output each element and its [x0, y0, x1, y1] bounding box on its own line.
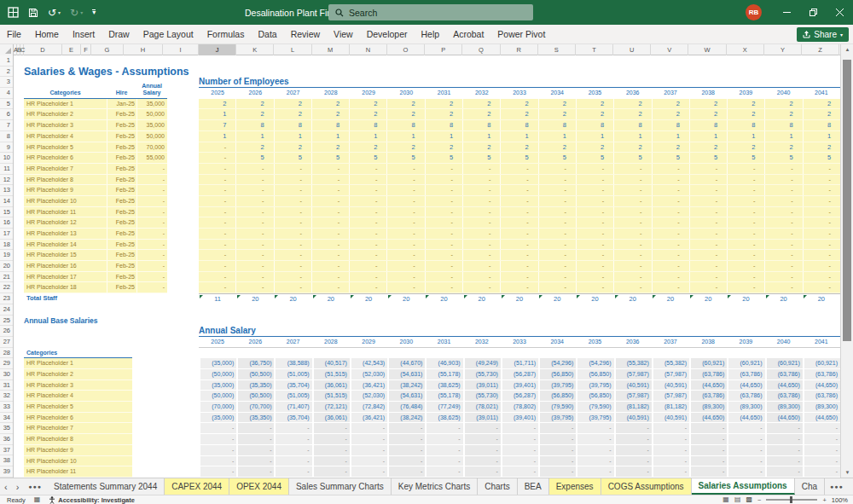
employee-count-cell[interactable]: -: [652, 217, 689, 228]
annual-salary-cell[interactable]: (44,650): [803, 413, 840, 423]
annual-salary-cell[interactable]: -: [387, 423, 425, 433]
employee-count-cell[interactable]: -: [386, 282, 424, 293]
employee-count-cell[interactable]: -: [199, 229, 235, 239]
annual-salary-cell[interactable]: -: [199, 445, 236, 455]
row-header-8[interactable]: 8: [0, 131, 13, 142]
staff-hire-date[interactable]: Feb-25: [107, 120, 136, 130]
row-header-39[interactable]: 39: [0, 466, 13, 478]
menu-tab-developer[interactable]: Developer: [360, 25, 415, 44]
annual-salary-cell[interactable]: (60,921): [689, 358, 727, 368]
employee-count-cell[interactable]: -: [689, 217, 727, 228]
employee-count-cell[interactable]: 5: [349, 153, 386, 163]
annual-salary-cell[interactable]: (54,296): [576, 358, 613, 368]
sheet-prev-icon[interactable]: ‹: [0, 478, 12, 495]
normal-view-icon[interactable]: ▦: [722, 496, 729, 503]
save-icon[interactable]: [28, 8, 38, 18]
annual-salary-cell[interactable]: -: [765, 434, 803, 444]
zoom-out-icon[interactable]: −: [757, 496, 761, 504]
employee-count-cell[interactable]: 5: [500, 153, 537, 163]
employee-count-cell[interactable]: -: [613, 272, 651, 282]
staff-category[interactable]: HR Placeholder 1: [24, 99, 107, 109]
employee-count-cell[interactable]: -: [538, 185, 576, 195]
employee-count-cell[interactable]: -: [538, 217, 576, 228]
annual-salary-cell[interactable]: (50,500): [236, 391, 274, 401]
annual-salary-cell[interactable]: -: [727, 466, 764, 477]
employee-count-cell[interactable]: 5: [689, 153, 727, 163]
employee-count-cell[interactable]: -: [613, 175, 651, 185]
annual-salary-cell[interactable]: (63,786): [803, 391, 840, 401]
scroll-down-icon[interactable]: ▼: [841, 467, 853, 478]
annual-salary-cell[interactable]: (76,484): [387, 402, 425, 412]
employee-count-cell[interactable]: -: [274, 282, 311, 293]
employee-count-cell[interactable]: 8: [652, 120, 689, 130]
staff-hire-date[interactable]: Feb-25: [107, 207, 136, 217]
column-header-z[interactable]: Z: [802, 44, 839, 55]
share-button[interactable]: Share▾: [797, 27, 849, 42]
zoom-in-icon[interactable]: +: [822, 496, 826, 504]
employee-count-cell[interactable]: -: [199, 175, 235, 185]
employee-count-cell[interactable]: -: [764, 250, 802, 260]
employee-count-cell[interactable]: -: [349, 196, 386, 206]
annual-salary-cell[interactable]: -: [576, 466, 613, 477]
employee-count-cell[interactable]: 5: [311, 153, 349, 163]
annual-salary-cell[interactable]: -: [689, 466, 727, 477]
staff-category[interactable]: HR Placeholder 4: [24, 131, 107, 142]
annual-salary-cell[interactable]: -: [387, 466, 425, 477]
employee-count-cell[interactable]: 1: [386, 131, 424, 142]
page-layout-view-icon[interactable]: ▤: [734, 496, 741, 503]
employee-count-cell[interactable]: 2: [349, 109, 386, 119]
staff-category[interactable]: HR Placeholder 14: [24, 240, 107, 250]
sheet-tab-capex-2044[interactable]: CAPEX 2044: [165, 478, 229, 495]
annual-salary-cell[interactable]: -: [350, 456, 387, 466]
staff-category[interactable]: HR Placeholder 8: [24, 175, 107, 185]
staff-salary[interactable]: 50,000: [136, 109, 167, 119]
employee-count-cell[interactable]: 2: [803, 142, 840, 153]
employee-count-cell[interactable]: -: [462, 240, 500, 250]
employee-count-cell[interactable]: 2: [764, 142, 802, 153]
annual-salary-cell[interactable]: -: [652, 456, 689, 466]
sheet-tab-expenses[interactable]: Expenses: [549, 478, 601, 495]
employee-count-cell[interactable]: 1: [538, 131, 576, 142]
employee-count-cell[interactable]: -: [500, 196, 537, 206]
employee-count-cell[interactable]: 1: [803, 131, 840, 142]
annual-salary-cell[interactable]: (44,650): [689, 380, 727, 391]
employee-count-cell[interactable]: 1: [462, 131, 500, 142]
annual-salary-cell[interactable]: -: [312, 445, 350, 455]
annual-salary-cell[interactable]: -: [803, 456, 840, 466]
annual-salary-cell[interactable]: -: [387, 456, 425, 466]
employee-count-cell[interactable]: 5: [652, 153, 689, 163]
sheet-tab-salaries-assumptions[interactable]: Salaries Assumptions: [692, 478, 795, 495]
staff-salary[interactable]: -: [136, 240, 167, 250]
row-header-34[interactable]: 34: [0, 413, 13, 424]
annual-salary-cell[interactable]: -: [765, 456, 803, 466]
employee-count-cell[interactable]: -: [613, 196, 651, 206]
employee-count-cell[interactable]: -: [235, 240, 273, 250]
row-header-6[interactable]: 6: [0, 109, 13, 120]
employee-count-cell[interactable]: 2: [199, 99, 235, 109]
employee-count-cell[interactable]: -: [349, 207, 386, 217]
annual-salary-cell[interactable]: (81,182): [614, 402, 652, 412]
employee-count-cell[interactable]: -: [538, 164, 576, 174]
annual-salary-cell[interactable]: (38,625): [425, 413, 462, 423]
employee-count-cell[interactable]: -: [425, 164, 462, 174]
employee-count-cell[interactable]: 2: [613, 142, 651, 153]
staff-category[interactable]: HR Placeholder 2: [24, 109, 107, 119]
staff-salary[interactable]: -: [136, 217, 167, 228]
staff-salary[interactable]: -: [136, 196, 167, 206]
employee-count-cell[interactable]: -: [652, 229, 689, 239]
staff-salary[interactable]: 35,000: [136, 120, 167, 130]
row-header-32[interactable]: 32: [0, 391, 13, 402]
annual-salary-cell[interactable]: -: [312, 456, 350, 466]
annual-salary-cell[interactable]: (79,590): [538, 402, 576, 412]
annual-salary-cell[interactable]: (78,802): [501, 402, 538, 412]
employee-count-cell[interactable]: 2: [689, 142, 727, 153]
staff-hire-date[interactable]: Jan-25: [107, 99, 136, 109]
accessibility-status[interactable]: Accessibility: Investigate: [58, 496, 135, 504]
employee-count-cell[interactable]: -: [803, 250, 840, 260]
staff-salary[interactable]: 70,000: [136, 142, 167, 153]
staff-hire-date[interactable]: Feb-25: [107, 272, 136, 282]
staff-salary[interactable]: -: [136, 261, 167, 271]
employee-count-cell[interactable]: 2: [576, 142, 613, 153]
base-salary-category[interactable]: HR Placeholder 4: [24, 391, 132, 401]
employee-count-cell[interactable]: -: [576, 207, 613, 217]
